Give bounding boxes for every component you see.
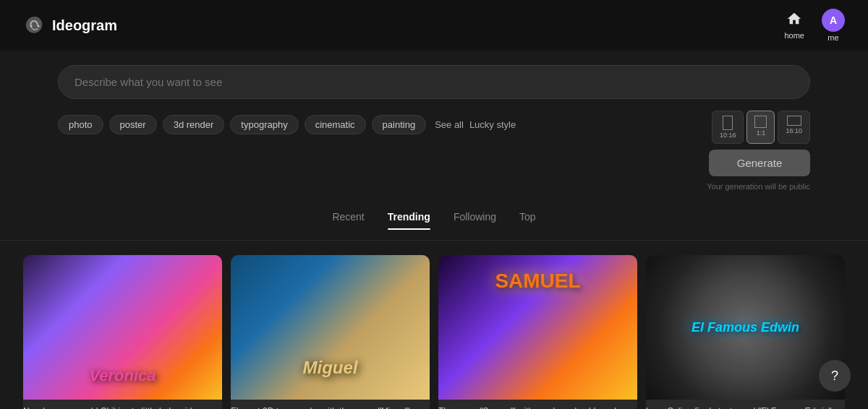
nav-right: home A me (784, 9, 845, 42)
tab-following[interactable]: Following (454, 211, 496, 228)
lucky-style-link[interactable]: Lucky style (469, 119, 516, 130)
right-side-controls: 10:161:116:10 Generate Your generation w… (707, 111, 810, 191)
tab-trending[interactable]: Trending (388, 211, 430, 228)
image-card-edwin[interactable]: logo. Caligrafia de texto azul "El Famos… (646, 255, 845, 409)
generate-button[interactable]: Generate (709, 150, 810, 176)
image-card-miguel[interactable]: Elegant 3D typography with the name "Mig… (231, 255, 430, 409)
filter-chip-photo[interactable]: photo (58, 115, 103, 134)
filter-chip-cinematic[interactable]: cinematic (305, 115, 366, 134)
nav-me[interactable]: A me (822, 9, 845, 42)
tab-recent[interactable]: Recent (332, 211, 364, 228)
filter-chip-painting[interactable]: painting (372, 115, 427, 134)
logo[interactable]: Ideogram (23, 14, 117, 37)
avatar[interactable]: A (822, 9, 845, 32)
card-description-edwin: logo. Caligrafia de texto azul "El Famos… (646, 405, 845, 409)
image-card-samuel[interactable]: The name "Samuel" with purple and gold s… (438, 255, 637, 409)
image-grid: New born years old Chibi cute little bab… (0, 246, 868, 409)
tabs-row: RecentTrendingFollowingTop (0, 197, 868, 241)
ratio-buttons: 10:161:116:10 (712, 111, 810, 144)
search-section (0, 51, 868, 108)
header: Ideogram home A me (0, 0, 868, 51)
home-icon (786, 11, 802, 30)
card-description-miguel: Elegant 3D typography with the name "Mig… (231, 405, 430, 409)
filter-chip-typography[interactable]: typography (230, 115, 298, 134)
filter-chips: photoposter3d rendertypographycinematicp… (58, 115, 426, 134)
see-all-link[interactable]: See all (435, 119, 464, 130)
ratio-btn-wide[interactable]: 10:16 (712, 111, 744, 144)
card-description-veronica: New born years old Chibi cute little bab… (23, 405, 222, 409)
card-description-samuel: The name "Samuel" with purple and gold s… (438, 405, 637, 409)
image-card-veronica[interactable]: New born years old Chibi cute little bab… (23, 255, 222, 409)
logo-icon (23, 14, 46, 37)
filters-container: photoposter3d rendertypographycinematicp… (58, 111, 516, 134)
home-label: home (784, 31, 804, 40)
tab-top[interactable]: Top (519, 211, 536, 228)
ratio-btn-landscape[interactable]: 16:10 (778, 111, 810, 144)
nav-home[interactable]: home (784, 11, 804, 40)
me-label: me (827, 33, 838, 42)
help-button[interactable]: ? (819, 360, 851, 392)
public-notice: Your generation will be public (707, 182, 810, 191)
svg-point-0 (30, 25, 33, 27)
filter-chip-3d-render[interactable]: 3d render (163, 115, 225, 134)
controls-area: photoposter3d rendertypographycinematicp… (0, 108, 868, 197)
filter-chip-poster[interactable]: poster (109, 115, 157, 134)
svg-point-1 (38, 25, 40, 27)
ratio-btn-square[interactable]: 1:1 (746, 111, 775, 144)
search-input[interactable] (58, 65, 810, 99)
logo-text: Ideogram (52, 17, 117, 34)
